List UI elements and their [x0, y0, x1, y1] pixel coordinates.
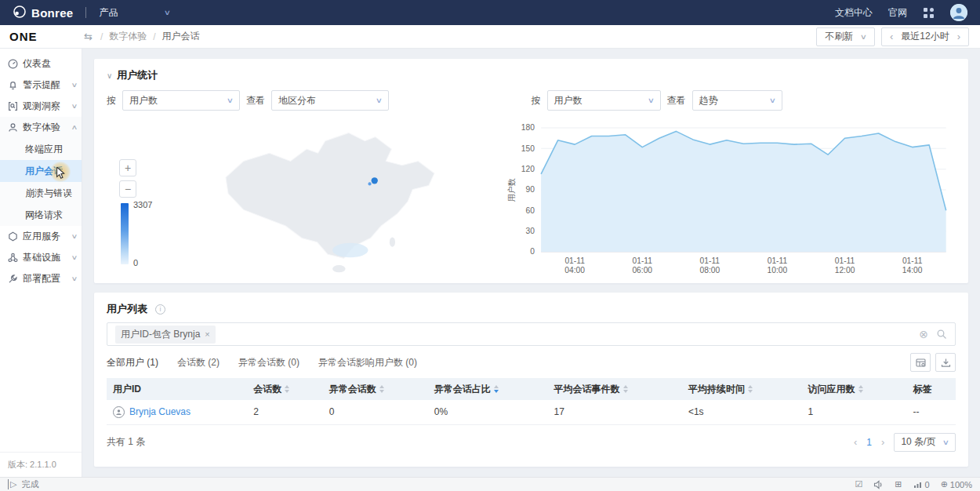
zoom-level[interactable]: ⊕ 100%: [941, 479, 972, 489]
official-site-link[interactable]: 官网: [888, 6, 907, 20]
download-icon[interactable]: [935, 353, 956, 372]
user-id-link[interactable]: Brynja Cuevas: [129, 406, 191, 417]
time-range-picker[interactable]: ‹ 最近12小时 ›: [881, 27, 969, 46]
sidebar-item-dashboard[interactable]: 仪表盘: [0, 53, 82, 75]
svg-text:01-11: 01-11: [835, 256, 855, 265]
svg-text:01-11: 01-11: [633, 256, 653, 265]
time-next-icon[interactable]: ›: [957, 31, 960, 42]
app-grid-icon[interactable]: [923, 7, 935, 19]
user-list-panel: 用户列表 i 用户ID-包含 Brynja × ⊗ 全部用户 (1)会话数 (2…: [94, 293, 968, 467]
sidebar-item-crash-error[interactable]: 崩溃与错误: [0, 182, 82, 204]
user-avatar[interactable]: [950, 4, 967, 21]
bonree-logo[interactable]: Bonree: [13, 5, 73, 21]
trend-chart-pane[interactable]: 030609012015018001-1104:0001-1106:0001-1…: [506, 118, 956, 280]
sort-icon[interactable]: [494, 385, 499, 393]
sidebar-item-app-service[interactable]: 应用服务∨: [0, 226, 82, 247]
table-cell: 0%: [428, 400, 548, 424]
sidebar-item-alerts[interactable]: 警示提醒∨: [0, 75, 82, 96]
china-map-pane: + − 3307 0: [107, 118, 506, 280]
column-label: 平均会话事件数: [554, 384, 620, 395]
view-label: 查看: [667, 94, 686, 107]
tab-3[interactable]: 异常会话影响用户数 (0): [318, 356, 417, 369]
time-prev-icon[interactable]: ‹: [890, 31, 893, 42]
sidebar-item-observe[interactable]: 观测洞察∨: [0, 96, 82, 117]
filter-search-input[interactable]: 用户ID-包含 Brynja × ⊗: [107, 322, 956, 346]
svg-text:01-11: 01-11: [902, 256, 923, 265]
svg-text:12:00: 12:00: [835, 266, 855, 275]
view-label: 查看: [246, 94, 265, 107]
column-header-3[interactable]: 异常会话占比: [428, 378, 548, 400]
sidebar-item-network-request[interactable]: 网络请求: [0, 204, 82, 226]
sidebar-item-label: 部署配置: [23, 272, 60, 286]
svg-text:150: 150: [521, 144, 535, 153]
bonree-logo-icon: [13, 5, 27, 21]
column-settings-button[interactable]: [910, 353, 931, 372]
infra-icon: [8, 253, 18, 263]
column-header-6[interactable]: 访问应用数: [802, 378, 907, 400]
sort-icon[interactable]: [623, 385, 628, 393]
table-cell: 17: [548, 400, 682, 424]
sidebar-item-deploy-config[interactable]: 部署配置∨: [0, 268, 82, 289]
column-header-7: 标签: [907, 378, 956, 400]
current-page-number[interactable]: 1: [866, 437, 872, 448]
column-header-4[interactable]: 平均会话事件数: [548, 378, 682, 400]
page-size-select[interactable]: 10 条/页 ∨: [894, 433, 956, 452]
china-map[interactable]: [212, 122, 448, 276]
add-box-icon[interactable]: ⊞: [895, 479, 902, 489]
refresh-select-value: 不刷新: [825, 30, 853, 43]
sort-icon[interactable]: [285, 385, 289, 393]
chevron-down-icon: ∨: [71, 275, 78, 282]
sidebar-collapse-icon[interactable]: ⇆: [84, 31, 93, 42]
next-page-icon[interactable]: ›: [881, 436, 884, 448]
chevron-down-icon: ∨: [648, 96, 655, 104]
map-metric-value: 用户数: [129, 94, 158, 107]
sidebar-item-label: 警示提醒: [23, 78, 60, 92]
prev-page-icon[interactable]: ‹: [854, 436, 857, 448]
breadcrumb-item[interactable]: 数字体验: [109, 30, 147, 43]
map-zoom-out-button[interactable]: −: [119, 180, 136, 198]
map-zoom-in-button[interactable]: +: [119, 159, 136, 176]
version-label: 版本: 2.1.1.0: [0, 452, 82, 477]
column-label: 会话数: [253, 384, 281, 395]
chart-view-select[interactable]: 趋势 ∨: [692, 90, 782, 111]
column-header-5[interactable]: 平均持续时间: [682, 378, 802, 400]
svg-text:120: 120: [521, 165, 535, 173]
panel-collapse-icon[interactable]: ∨: [107, 71, 112, 80]
tab-0[interactable]: 全部用户 (1): [107, 356, 158, 369]
chart-metric-select[interactable]: 用户数 ∨: [547, 90, 661, 111]
sidebar-item-digital-experience[interactable]: 数字体验∧: [0, 117, 82, 138]
sidebar-item-infrastructure[interactable]: 基础设施∨: [0, 247, 82, 268]
column-header-2[interactable]: 异常会话数: [323, 378, 428, 400]
sort-icon[interactable]: [858, 385, 863, 393]
search-icon[interactable]: [936, 329, 947, 340]
filter-tag: 用户ID-包含 Brynja ×: [115, 326, 216, 344]
table-cell: 0: [323, 400, 428, 424]
speaker-icon[interactable]: [873, 480, 884, 489]
observe-icon: [8, 101, 18, 111]
svg-text:30: 30: [526, 227, 535, 235]
sort-icon[interactable]: [379, 385, 384, 393]
column-label: 用户ID: [113, 384, 141, 395]
product-menu[interactable]: 产品 ∨: [99, 6, 170, 20]
refresh-select[interactable]: 不刷新 ∨: [816, 27, 875, 46]
checkbox-icon[interactable]: ☑: [855, 479, 862, 489]
breadcrumb-separator: /: [153, 31, 155, 42]
clear-icon[interactable]: ⊗: [919, 328, 928, 340]
breadcrumb-current: 用户会话: [162, 30, 200, 43]
tag-close-icon[interactable]: ×: [205, 329, 209, 339]
sidebar-item-user-session[interactable]: 用户会话: [0, 160, 82, 182]
tab-1[interactable]: 会话数 (2): [177, 356, 220, 369]
column-header-1[interactable]: 会话数: [247, 378, 323, 400]
sort-icon[interactable]: [748, 385, 753, 393]
tab-2[interactable]: 异常会话数 (0): [238, 356, 299, 369]
map-color-legend: 3307 0: [121, 203, 129, 264]
play-icon[interactable]: ▷: [8, 479, 16, 489]
svg-text:01-11: 01-11: [564, 256, 585, 265]
map-view-select[interactable]: 地区分布 ∨: [271, 90, 389, 111]
table-cell: <1s: [682, 400, 802, 424]
doc-center-link[interactable]: 文档中心: [835, 6, 873, 20]
sidebar-item-terminal-app[interactable]: 终端应用: [0, 138, 82, 160]
chevron-down-icon: ∨: [769, 96, 776, 104]
map-metric-select[interactable]: 用户数 ∨: [122, 90, 240, 111]
hainan-island: [332, 265, 346, 272]
